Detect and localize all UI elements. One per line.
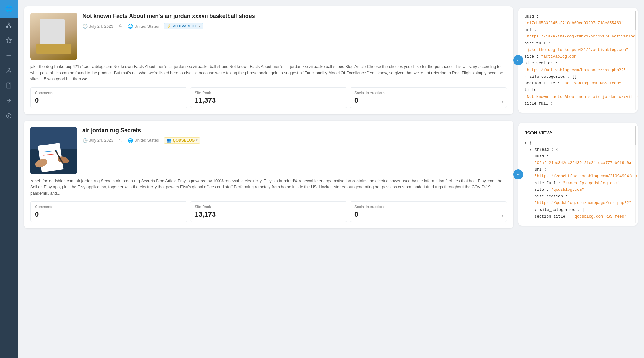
json2-site-label: site : "qodsblog.com" [525, 187, 631, 193]
json2-url-value: "https://zanehtfpx.qodsblog.com/21094904… [525, 173, 631, 180]
comments-value-1: 0 [35, 96, 183, 105]
article-card-1: Not known Facts About men's air jordan x… [24, 6, 513, 114]
sidebar-item-list[interactable] [0, 48, 18, 63]
json2-root-open: ▼ { [525, 140, 631, 146]
sidebar-item-clipboard[interactable] [0, 78, 18, 93]
meta-user-2 [118, 138, 123, 143]
json2-uuid-label: uuid : [525, 153, 631, 160]
article-header-1: Not known Facts About men's air jordan x… [30, 13, 507, 60]
lightning-icon: ⚡ [167, 24, 171, 28]
site-rank-label-1: Site Rank [195, 91, 342, 95]
globe-icon-1: 🌐 [128, 24, 133, 29]
sidebar: 🌐 [0, 0, 18, 358]
meta-user-1 [118, 24, 123, 28]
json-section-title-label: section_title : "activablog.com RSS feed… [525, 80, 631, 87]
collapse-button-1[interactable]: ← [513, 55, 523, 65]
site-rank-stat-1: Site Rank 11,373 [190, 87, 347, 108]
json-view-title: JSON VIEW: [525, 129, 631, 137]
json2-section-title: section_title : "qodsblog.com RSS feed" [525, 213, 631, 220]
meta-date-2: 🕐 July 24, 2023 [82, 138, 113, 143]
stats-row-1: Comments 0 Site Rank 11,373 Social Inter… [30, 87, 507, 108]
comments-label-1: Comments [35, 91, 183, 95]
sidebar-item-network[interactable] [0, 18, 18, 33]
card-row-2: air jordan rug Secrets 🕐 July 24, 2023 [24, 121, 638, 229]
badge-arrow-1: ▾ [199, 25, 200, 28]
article-title-2: air jordan rug Secrets [82, 127, 507, 134]
json-panel-2: JSON VIEW: ▼ { ▼ thread : { uuid : "02af… [518, 123, 638, 226]
json2-site-full-label: site_full : "zanehtfpx.qodsblog.com" [525, 180, 631, 187]
article-description-1: jake-the-dog-funko-pop42174.activablog.c… [30, 64, 507, 82]
json-site-full-value: "jake-the-dog-funko-pop42174.activablog.… [525, 47, 631, 54]
json2-site-categories: ▶ site_categories : [] [525, 207, 631, 213]
sidebar-item-user[interactable] [0, 63, 18, 78]
json-site-section-value: "https://activablog.com/homepage/rss.php… [525, 67, 631, 74]
calendar-icon-2: 🕐 [82, 138, 88, 143]
site-rank-value-1: 11,373 [195, 96, 342, 105]
sidebar-item-add[interactable] [0, 108, 18, 123]
article-info-1: Not known Facts About men's air jordan x… [82, 13, 507, 60]
source-badge-1[interactable]: ⚡ ACTIVABLOG ▾ [164, 23, 203, 29]
svg-line-4 [9, 24, 11, 26]
json2-site-section-label: site_section : [525, 193, 631, 200]
svg-marker-6 [6, 38, 12, 43]
article-info-2: air jordan rug Secrets 🕐 July 24, 2023 [82, 127, 507, 174]
social-label-2: Social Interactions [354, 205, 502, 209]
user-icon-1 [118, 24, 123, 28]
article-card-2: air jordan rug Secrets 🕐 July 24, 2023 [24, 121, 513, 229]
comments-value-2: 0 [35, 210, 183, 219]
json2-url-label: url : [525, 167, 631, 173]
globe-icon-2: 🌐 [128, 138, 133, 143]
meta-region-1: 🌐 United States [128, 24, 159, 29]
people-icon: 👥 [167, 138, 171, 143]
svg-point-25 [120, 139, 121, 140]
site-rank-stat-2: Site Rank 13,173 [190, 201, 347, 222]
meta-region-2: 🌐 United States [128, 138, 159, 143]
article-title-1: Not known Facts About men's air jordan x… [82, 13, 507, 20]
article-description-2: zanehtfpx.qodsblog.com air jordan rug Se… [30, 178, 507, 196]
badge-arrow-2: ▾ [196, 139, 197, 142]
comments-stat-1: Comments 0 [30, 87, 187, 108]
social-dropdown-arrow-1[interactable]: ▾ [502, 99, 503, 104]
sidebar-logo[interactable]: 🌐 [0, 0, 18, 18]
date-text-2: July 24, 2023 [89, 138, 113, 143]
json-site-section-label: site_section : [525, 60, 631, 67]
region-text-2: United States [134, 138, 159, 143]
source-text-1: ACTIVABLOG [173, 24, 197, 28]
json-uuid-value: "c17cb6533f845af710db69cc00207c718c85546… [525, 20, 631, 27]
json2-thread-open: ▼ thread : { [525, 146, 631, 153]
user-icon-2 [118, 138, 123, 143]
svg-rect-11 [8, 83, 10, 84]
json-site-label: site : "activablog.com" [525, 54, 631, 60]
svg-point-16 [120, 25, 121, 26]
date-text-1: July 24, 2023 [89, 24, 113, 29]
json2-site-section-value: "https://qodsblog.com/homepage/rss.php?2… [525, 200, 631, 207]
sidebar-item-star[interactable] [0, 33, 18, 48]
sidebar-item-arrow[interactable] [0, 93, 18, 108]
main-content: Not known Facts About men's air jordan x… [18, 0, 644, 358]
json-url-label: url : [525, 27, 631, 33]
social-label-1: Social Interactions [354, 91, 502, 95]
region-text-1: United States [134, 24, 159, 29]
card-row-1: Not known Facts About men's air jordan x… [24, 6, 638, 114]
json-panel-wrapper-2: ← JSON VIEW: ▼ { ▼ thread : { uuid : "02… [518, 121, 638, 229]
json-title-label: title : [525, 87, 631, 94]
site-rank-label-2: Site Rank [195, 205, 342, 209]
article-header-2: air jordan rug Secrets 🕐 July 24, 2023 [30, 127, 507, 174]
meta-date-1: 🕐 July 24, 2023 [82, 24, 113, 29]
source-text-2: QODSBLOG [173, 138, 195, 143]
json-site-categories: ▶ site_categories : [] [525, 74, 631, 80]
site-rank-value-2: 13,173 [195, 210, 342, 219]
social-stat-2: Social Interactions 0 ▾ [350, 201, 507, 222]
social-value-2: 0 [354, 210, 502, 219]
social-value-1: 0 [354, 96, 502, 105]
social-dropdown-arrow-2[interactable]: ▾ [502, 213, 503, 218]
stats-row-2: Comments 0 Site Rank 13,173 Social Inter… [30, 201, 507, 222]
svg-point-10 [8, 68, 10, 71]
json-panel-1: uuid : "c17cb6533f845af710db69cc00207c71… [518, 8, 638, 113]
article-meta-1: 🕐 July 24, 2023 🌐 United States [82, 23, 507, 29]
json-title-full-label: title_full : [525, 100, 631, 107]
collapse-button-2[interactable]: ← [513, 169, 523, 179]
source-badge-2[interactable]: 👥 QODSBLOG ▾ [164, 137, 200, 144]
svg-line-3 [7, 24, 9, 26]
comments-label-2: Comments [35, 205, 183, 209]
